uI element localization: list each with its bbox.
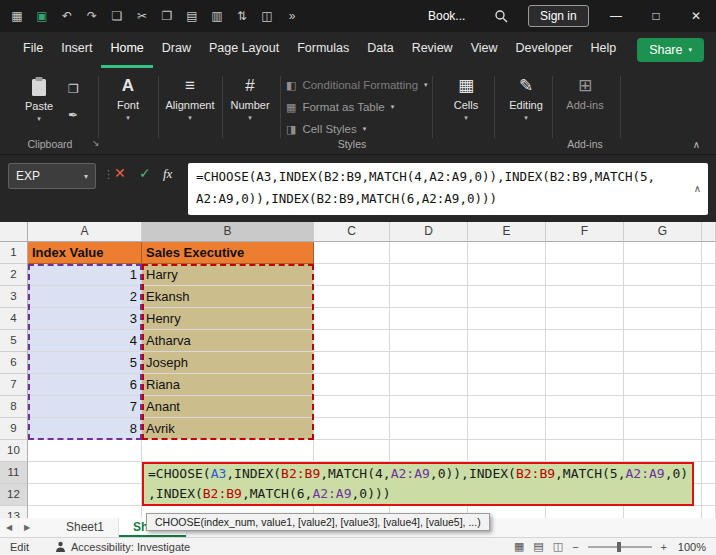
cell-C8[interactable]	[314, 396, 390, 418]
cell-E10[interactable]	[468, 440, 546, 462]
cell-F4[interactable]	[546, 308, 624, 330]
collapse-formula-bar-icon[interactable]: ∧	[694, 183, 701, 194]
clipboard-dialog-launcher-icon[interactable]: ↘	[92, 138, 100, 148]
menu-tab-review[interactable]: Review	[403, 32, 462, 68]
cell-G3[interactable]	[624, 286, 702, 308]
sign-in-button[interactable]: Sign in	[528, 5, 589, 27]
sheet-tab-sheet1[interactable]: Sheet1	[52, 518, 119, 537]
cell-overflow[interactable]	[702, 418, 716, 440]
menu-tab-home[interactable]: Home	[101, 32, 152, 68]
sort-icon[interactable]: ⇅	[231, 9, 253, 23]
cell-F8[interactable]	[546, 396, 624, 418]
minimize-button[interactable]: —	[596, 0, 636, 32]
column-header-G[interactable]: G	[624, 222, 702, 242]
cell-overflow[interactable]	[702, 352, 716, 374]
cell-G7[interactable]	[624, 374, 702, 396]
cell-overflow[interactable]	[702, 242, 716, 264]
cell-D2[interactable]	[390, 264, 468, 286]
row-header-2[interactable]: 2	[0, 264, 28, 286]
cell-A12[interactable]	[28, 484, 142, 506]
cell-A13[interactable]	[28, 506, 142, 518]
row-header-9[interactable]: 9	[0, 418, 28, 440]
cell-F5[interactable]	[546, 330, 624, 352]
row-header-7[interactable]: 7	[0, 374, 28, 396]
insert-function-button[interactable]: fx	[163, 166, 172, 182]
cell-G13[interactable]	[624, 506, 702, 518]
cell-A3[interactable]: 2	[28, 286, 142, 308]
cell-E1[interactable]	[468, 242, 546, 264]
cell-G2[interactable]	[624, 264, 702, 286]
maximize-button[interactable]: □	[636, 0, 676, 32]
format-as-table-button[interactable]: ▦Format as Table▾	[286, 96, 428, 118]
select-all-button[interactable]	[0, 222, 28, 242]
cell-C7[interactable]	[314, 374, 390, 396]
chevron-down-icon[interactable]: ▾	[84, 172, 88, 181]
cell-A8[interactable]: 7	[28, 396, 142, 418]
row-header-4[interactable]: 4	[0, 308, 28, 330]
row-header-10[interactable]: 10	[0, 440, 28, 462]
cell-E3[interactable]	[468, 286, 546, 308]
cell-G5[interactable]	[624, 330, 702, 352]
cell-B9[interactable]: Avrik	[142, 418, 314, 440]
chart-icon[interactable]: ◫	[256, 9, 278, 23]
cell-overflow[interactable]	[702, 506, 716, 518]
cell-overflow[interactable]	[702, 330, 716, 352]
cell-E2[interactable]	[468, 264, 546, 286]
cell-A10[interactable]	[28, 440, 142, 462]
conditional-formatting-button[interactable]: ◧Conditional Formatting▾	[286, 74, 428, 96]
cell-overflow[interactable]	[702, 440, 716, 462]
cell-C1[interactable]	[314, 242, 390, 264]
number-group-button[interactable]: # Number ▾	[226, 76, 274, 122]
cell-E9[interactable]	[468, 418, 546, 440]
cell-F9[interactable]	[546, 418, 624, 440]
cell-C4[interactable]	[314, 308, 390, 330]
menu-tab-help[interactable]: Help	[582, 32, 626, 68]
normal-view-icon[interactable]: ▦	[514, 540, 524, 553]
editing-group-button[interactable]: ✎ Editing ▾	[500, 76, 552, 122]
active-cell-formula-editor[interactable]: =CHOOSE(A3,INDEX(B2:B9,MATCH(4,A2:A9,0))…	[142, 462, 694, 506]
redo-icon[interactable]: ↷	[81, 9, 103, 23]
cell-C2[interactable]	[314, 264, 390, 286]
cell-E6[interactable]	[468, 352, 546, 374]
font-group-button[interactable]: A Font ▾	[104, 76, 152, 122]
cell-overflow[interactable]	[702, 462, 716, 484]
cell-D6[interactable]	[390, 352, 468, 374]
cell-C10[interactable]	[314, 440, 390, 462]
cell-B4[interactable]: Henry	[142, 308, 314, 330]
menu-tab-formulas[interactable]: Formulas	[288, 32, 358, 68]
cut-icon[interactable]: ✂	[131, 9, 153, 23]
menu-grid-icon[interactable]: ▦	[6, 9, 28, 23]
row-header-13[interactable]: 13	[0, 506, 28, 518]
cell-F13[interactable]	[546, 506, 624, 518]
cell-F2[interactable]	[546, 264, 624, 286]
cell-B5[interactable]: Atharva	[142, 330, 314, 352]
column-header-D[interactable]: D	[390, 222, 468, 242]
alignment-group-button[interactable]: ≡ Alignment ▾	[162, 76, 218, 122]
zoom-in-button[interactable]: +	[661, 541, 667, 553]
cell-A5[interactable]: 4	[28, 330, 142, 352]
copy-icon[interactable]: ❐	[68, 82, 79, 96]
cell-F7[interactable]	[546, 374, 624, 396]
row-header-11[interactable]: 11	[0, 462, 28, 484]
cell-E7[interactable]	[468, 374, 546, 396]
cell-D3[interactable]	[390, 286, 468, 308]
zoom-level[interactable]: 100%	[676, 541, 706, 553]
cell-A9[interactable]: 8	[28, 418, 142, 440]
cell-G10[interactable]	[624, 440, 702, 462]
menu-tab-developer[interactable]: Developer	[507, 32, 582, 68]
paste-icon[interactable]: ▤	[181, 9, 203, 23]
cell-F3[interactable]	[546, 286, 624, 308]
zoom-slider-thumb[interactable]	[617, 542, 621, 552]
row-header-12[interactable]: 12	[0, 484, 28, 506]
paste-button[interactable]: Paste ▾	[16, 76, 62, 123]
cell-G8[interactable]	[624, 396, 702, 418]
collapse-ribbon-icon[interactable]: ∧	[693, 139, 700, 150]
cell-A6[interactable]: 5	[28, 352, 142, 374]
cell-D1[interactable]	[390, 242, 468, 264]
sheet-nav-right-icon[interactable]: ▶	[18, 518, 36, 537]
cell-B3[interactable]: Ekansh	[142, 286, 314, 308]
cell-B1[interactable]: Sales Executive	[142, 242, 314, 264]
cell-D8[interactable]	[390, 396, 468, 418]
menu-tab-file[interactable]: File	[14, 32, 52, 68]
cell-overflow[interactable]	[702, 264, 716, 286]
